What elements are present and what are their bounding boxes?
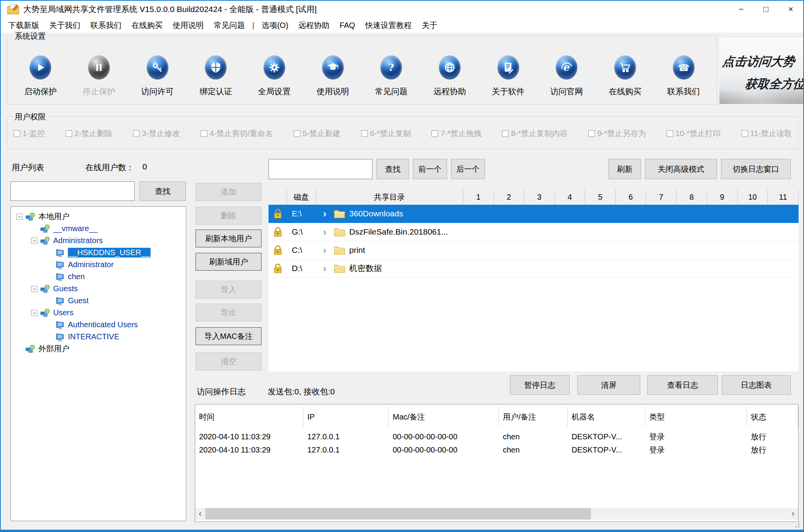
log-column-header[interactable]: 用户/备注 (499, 407, 568, 427)
share-search-input[interactable] (269, 159, 373, 179)
menu-download-new[interactable]: 下载新版 (3, 19, 44, 31)
share-row[interactable]: D:\›机密数据 (269, 259, 799, 278)
log-column-header[interactable]: IP (303, 407, 389, 427)
tree-expander-icon[interactable]: − (31, 238, 37, 244)
tree-item[interactable]: __HSKDDNS_USER__ (11, 247, 186, 259)
tree-item[interactable]: __vmware__ (11, 223, 186, 235)
share-row[interactable]: E:\›360Downloads (269, 205, 799, 223)
tool-access-permission[interactable]: 访问许可 (132, 55, 183, 97)
tree-expander-icon[interactable]: − (31, 310, 37, 316)
tool-visit-website[interactable]: e访问官网 (541, 55, 592, 97)
share-row[interactable]: G:\›DszFileSafe.Bin.2018061... (269, 223, 799, 241)
menu-remote-assist[interactable]: 远程协助 (293, 19, 334, 31)
log-column-header[interactable]: 机器名 (568, 407, 645, 427)
permission-checkbox-1[interactable] (14, 130, 20, 137)
log-chart-button[interactable]: 日志图表 (722, 375, 791, 395)
tree-item[interactable]: Administrator (11, 259, 186, 271)
refresh-domain-users-button[interactable]: 刷新域用户 (196, 253, 262, 271)
tool-usage-help[interactable]: 使用说明 (308, 55, 358, 97)
permission-checkbox-3[interactable] (133, 130, 140, 137)
tree-item[interactable]: −Administrators (11, 235, 186, 247)
menu-contact-us[interactable]: 联系我们 (85, 19, 126, 31)
tool-start-protection[interactable]: 启动保护 (15, 55, 66, 97)
share-column-header[interactable]: 5 (585, 189, 616, 205)
next-button[interactable]: 后一个 (451, 159, 485, 179)
menu-about-us[interactable]: 关于我们 (44, 19, 85, 31)
tool-contact-us[interactable]: ☎联系我们 (658, 55, 709, 97)
user-search-button[interactable]: 查找 (139, 181, 186, 201)
scroll-right-icon[interactable]: › (788, 509, 798, 519)
tool-faq[interactable]: ?常见问题 (366, 55, 416, 97)
menu-options[interactable]: 选项(O) (256, 19, 293, 31)
share-column-header[interactable]: 共享目录 (316, 189, 463, 205)
user-search-input[interactable] (10, 181, 135, 201)
scroll-left-icon[interactable]: ‹ (195, 509, 205, 519)
tool-bind-authentication[interactable]: 绑定认证 (191, 55, 241, 97)
previous-button[interactable]: 前一个 (413, 159, 447, 179)
close-advanced-mode-button[interactable]: 关闭高级模式 (645, 159, 717, 179)
share-column-header[interactable]: 6 (616, 189, 646, 205)
horizontal-scrollbar[interactable]: ‹ › (195, 508, 798, 520)
menu-faq[interactable]: 常见问题 (209, 19, 250, 31)
log-column-header[interactable]: Mac/备注 (389, 407, 499, 427)
tree-expander-icon[interactable]: − (16, 214, 23, 220)
chevron-right-icon[interactable]: › (316, 226, 334, 238)
menu-quick-setup-tutorial[interactable]: 快速设置教程 (360, 19, 417, 31)
permission-checkbox-5[interactable] (294, 130, 300, 137)
tool-global-settings[interactable]: 全局设置 (249, 55, 300, 97)
permission-checkbox-7[interactable] (431, 130, 438, 137)
log-column-header[interactable]: 类型 (645, 407, 747, 427)
promo-banner[interactable]: 点击访问大势 获取全方位 (719, 38, 803, 104)
tool-remote-assist[interactable]: 远程协助 (425, 55, 475, 97)
refresh-local-users-button[interactable]: 刷新本地用户 (196, 230, 262, 247)
chevron-right-icon[interactable]: › (316, 263, 334, 274)
share-column-header[interactable]: 9 (707, 189, 738, 205)
share-row[interactable]: C:\›print (269, 241, 799, 259)
tool-buy-online[interactable]: 在线购买 (600, 55, 650, 97)
pause-log-button[interactable]: 暂停日志 (510, 375, 570, 395)
minimize-button[interactable]: − (729, 1, 754, 18)
tree-item[interactable]: −Guests (11, 283, 186, 295)
share-column-header[interactable]: 3 (524, 189, 555, 205)
resize-grip[interactable] (798, 526, 799, 527)
tree-expander-icon[interactable]: − (31, 286, 37, 292)
tree-item[interactable]: 外部用户 (11, 343, 186, 355)
log-column-header[interactable]: 状态 (747, 407, 798, 427)
tree-item[interactable]: chen (11, 271, 186, 283)
maximize-button[interactable]: □ (754, 1, 778, 18)
permission-checkbox-10[interactable] (667, 130, 673, 137)
share-column-header[interactable]: 7 (646, 189, 677, 205)
share-column-header[interactable]: 磁盘 (287, 189, 316, 205)
menu-faq-en[interactable]: FAQ (334, 20, 360, 31)
menu-buy-online[interactable]: 在线购买 (126, 19, 168, 31)
tree-item[interactable]: Authenticated Users (11, 319, 186, 331)
permission-checkbox-9[interactable] (588, 130, 595, 137)
tree-item[interactable]: INTERACTIVE (11, 331, 186, 343)
refresh-button[interactable]: 刷新 (608, 159, 641, 179)
log-row[interactable]: 2020-04-10 11:03:29127.0.0.100-00-00-00-… (195, 443, 798, 456)
menu-about[interactable]: 关于 (417, 19, 442, 31)
share-column-header[interactable]: 8 (677, 189, 707, 205)
permission-checkbox-6[interactable] (361, 130, 368, 137)
clear-screen-button[interactable]: 清屏 (577, 375, 640, 395)
import-mac-notes-button[interactable]: 导入MAC备注 (196, 327, 262, 345)
chevron-right-icon[interactable]: › (316, 245, 334, 256)
chevron-right-icon[interactable]: › (316, 208, 334, 219)
permission-checkbox-2[interactable] (66, 130, 72, 137)
share-column-header[interactable]: 1 (463, 189, 494, 205)
share-column-header[interactable]: 10 (738, 189, 768, 205)
share-column-header[interactable]: 4 (555, 189, 586, 205)
close-button[interactable]: × (778, 1, 803, 18)
share-column-header[interactable]: 11 (768, 189, 799, 205)
tree-item[interactable]: −Users (11, 307, 186, 319)
share-column-header[interactable]: 2 (494, 189, 525, 205)
toggle-log-window-button[interactable]: 切换日志窗口 (721, 159, 791, 179)
view-log-button[interactable]: 查看日志 (647, 375, 718, 395)
log-column-header[interactable]: 时间 (195, 407, 303, 427)
menu-usage[interactable]: 使用说明 (168, 19, 209, 31)
tree-item[interactable]: −本地用户 (11, 211, 186, 223)
log-row[interactable]: 2020-04-10 11:03:29127.0.0.100-00-00-00-… (195, 430, 798, 443)
permission-checkbox-8[interactable] (502, 130, 509, 137)
tree-item[interactable]: Guest (11, 295, 186, 307)
permission-checkbox-4[interactable] (201, 130, 207, 137)
